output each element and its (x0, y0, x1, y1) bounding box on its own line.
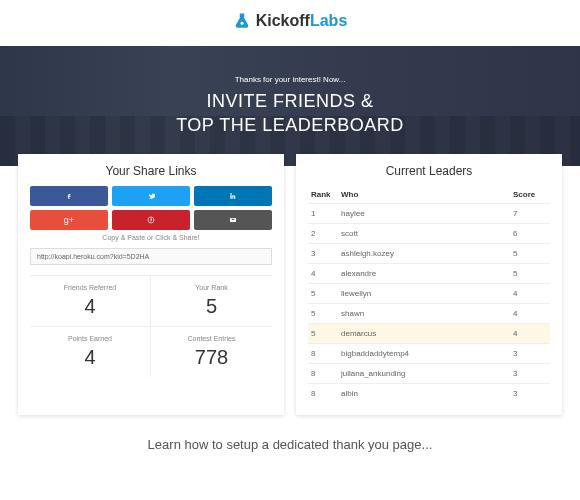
email-button[interactable] (194, 210, 272, 230)
cell-score: 3 (510, 384, 550, 404)
header-score: Score (510, 186, 550, 204)
cell-rank: 8 (308, 384, 338, 404)
cell-rank: 5 (308, 284, 338, 304)
cell-score: 3 (510, 344, 550, 364)
twitter-button[interactable] (112, 186, 190, 206)
footer-text: Learn how to setup a dedicated thank you… (0, 437, 580, 452)
cell-score: 7 (510, 204, 550, 224)
leaders-table: Rank Who Score 1haylee72scott63ashleigh.… (308, 186, 550, 403)
header-who: Who (338, 186, 510, 204)
cell-who: bigbaddaddytemp4 (338, 344, 510, 364)
share-row-1 (30, 186, 272, 206)
logo-text-1: Kickoff (256, 12, 310, 29)
cell-rank: 2 (308, 224, 338, 244)
linkedin-icon (229, 192, 237, 200)
cell-score: 6 (510, 224, 550, 244)
cell-rank: 3 (308, 244, 338, 264)
logo: KickoffLabs (233, 12, 348, 30)
stat-rank: Your Rank 5 (151, 275, 272, 326)
cell-rank: 8 (308, 364, 338, 384)
hero-banner: Thanks for your interest! Now... INVITE … (0, 46, 580, 166)
table-row: 3ashleigh.kozey5 (308, 244, 550, 264)
table-row: 8albin3 (308, 384, 550, 404)
cards-row: Your Share Links g+ Copy & Paste or Clic… (0, 154, 580, 415)
share-title: Your Share Links (30, 164, 272, 178)
leaders-title: Current Leaders (308, 164, 550, 178)
cell-score: 5 (510, 264, 550, 284)
email-icon (229, 216, 237, 224)
logo-text-2: Labs (310, 12, 347, 29)
table-row: 4alexandre5 (308, 264, 550, 284)
cell-who: ashleigh.kozey (338, 244, 510, 264)
cell-score: 4 (510, 284, 550, 304)
stat-entries: Contest Entries 778 (151, 326, 272, 377)
cell-who: juliana_ankunding (338, 364, 510, 384)
header-rank: Rank (308, 186, 338, 204)
cell-rank: 1 (308, 204, 338, 224)
copy-instruction: Copy & Paste or Click & Share! (30, 234, 272, 241)
table-row: 5demarcus4 (308, 324, 550, 344)
cell-who: demarcus (338, 324, 510, 344)
twitter-icon (147, 192, 155, 200)
svg-point-0 (240, 22, 243, 25)
table-row: 5shawn4 (308, 304, 550, 324)
pinterest-icon (147, 216, 155, 224)
table-row: 1haylee7 (308, 204, 550, 224)
facebook-icon (65, 192, 73, 200)
pinterest-button[interactable] (112, 210, 190, 230)
share-card: Your Share Links g+ Copy & Paste or Clic… (18, 154, 284, 415)
cell-rank: 5 (308, 304, 338, 324)
header: KickoffLabs (0, 0, 580, 46)
table-row: 8bigbaddaddytemp43 (308, 344, 550, 364)
share-row-2: g+ (30, 210, 272, 230)
cell-score: 3 (510, 364, 550, 384)
cell-score: 4 (510, 324, 550, 344)
table-row: 2scott6 (308, 224, 550, 244)
cell-score: 5 (510, 244, 550, 264)
cell-rank: 5 (308, 324, 338, 344)
cell-rank: 8 (308, 344, 338, 364)
cell-who: alexandre (338, 264, 510, 284)
facebook-button[interactable] (30, 186, 108, 206)
linkedin-button[interactable] (194, 186, 272, 206)
table-row: 8juliana_ankunding3 (308, 364, 550, 384)
stat-points: Points Earned 4 (30, 326, 151, 377)
leaders-card: Current Leaders Rank Who Score 1haylee72… (296, 154, 562, 415)
cell-who: scott (338, 224, 510, 244)
cell-who: shawn (338, 304, 510, 324)
cell-who: albin (338, 384, 510, 404)
table-row: 5llewellyn4 (308, 284, 550, 304)
googleplus-button[interactable]: g+ (30, 210, 108, 230)
flask-icon (233, 12, 251, 30)
cell-who: haylee (338, 204, 510, 224)
stats-grid: Friends Referred 4 Your Rank 5 Points Ea… (30, 275, 272, 377)
hero-pretitle: Thanks for your interest! Now... (235, 75, 346, 84)
hero-title: INVITE FRIENDS & TOP THE LEADERBOARD (176, 90, 404, 137)
cell-rank: 4 (308, 264, 338, 284)
cell-score: 4 (510, 304, 550, 324)
stat-referred: Friends Referred 4 (30, 275, 151, 326)
share-url-input[interactable] (30, 248, 272, 265)
table-header-row: Rank Who Score (308, 186, 550, 204)
cell-who: llewellyn (338, 284, 510, 304)
googleplus-icon: g+ (64, 215, 74, 225)
